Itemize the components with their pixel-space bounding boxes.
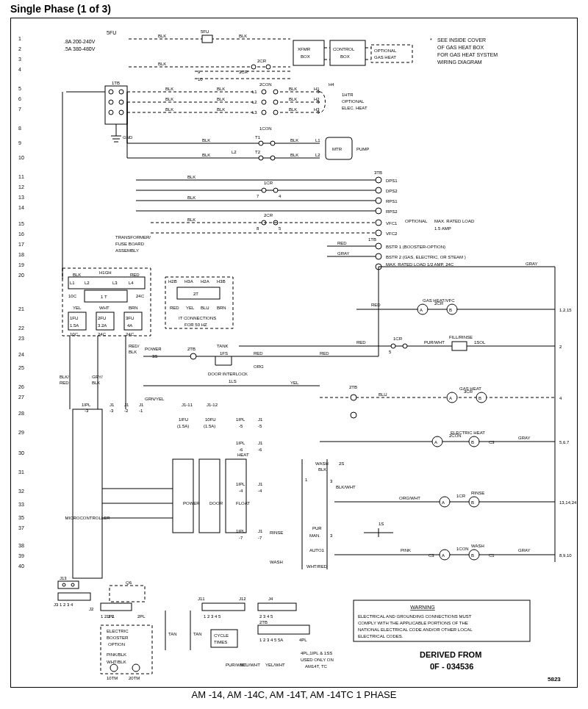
svg-text:L2: L2 <box>85 281 90 285</box>
svg-text:TANK: TANK <box>217 344 229 348</box>
svg-text:2  3 4 5: 2 3 4 5 <box>259 614 273 619</box>
svg-text:40: 40 <box>18 564 24 569</box>
svg-text:1 2 3 4 5: 1 2 3 4 5 <box>204 614 221 619</box>
svg-text:10FU: 10FU <box>205 417 216 422</box>
svg-text:YEL/WHT: YEL/WHT <box>265 663 285 667</box>
svg-point-66 <box>119 90 123 94</box>
bottom-jacks: J13 J31 2 3 4 Q6 1 2 1 2J2 2PL1PL J111 2… <box>54 576 296 619</box>
svg-text:GRAY: GRAY <box>518 548 531 553</box>
control-box <box>330 40 365 65</box>
svg-text:1FU: 1FU <box>70 316 78 320</box>
svg-text:2CR: 2CR <box>434 301 444 306</box>
svg-text:-1: -1 <box>139 409 143 413</box>
svg-text:2: 2 <box>18 46 21 51</box>
svg-text:1IPL: 1IPL <box>236 482 245 486</box>
booster-option: ELECTRIC BOOSTER OPTION PINK/BLK WHT/BLK… <box>101 625 152 680</box>
svg-text:-2: -2 <box>124 409 129 413</box>
svg-text:GRAY: GRAY <box>526 262 538 266</box>
svg-text:VFC1: VFC1 <box>386 221 398 226</box>
svg-text:ELEC. HEAT: ELEC. HEAT <box>342 106 368 110</box>
svg-text:L2: L2 <box>232 150 237 154</box>
svg-text:MAX. RATED LOAD 1/2 AMP, 24C: MAX. RATED LOAD 1/2 AMP, 24C <box>386 262 454 267</box>
svg-text:GRAY: GRAY <box>518 436 531 440</box>
svg-text:J1: J1 <box>124 403 129 407</box>
svg-text:18: 18 <box>18 252 24 257</box>
svg-point-51 <box>251 65 256 69</box>
terminal-block-1tb: 1TB GND <box>105 81 133 142</box>
svg-text:1 2 3 4 5 5A: 1 2 3 4 5 5A <box>259 638 283 642</box>
svg-text:L3: L3 <box>252 110 257 115</box>
svg-text:RED: RED <box>356 340 366 345</box>
svg-text:13,14,24: 13,14,24 <box>559 500 577 505</box>
svg-text:1IPL: 1IPL <box>236 529 245 533</box>
svg-text:FILL/RINSE: FILL/RINSE <box>449 335 473 339</box>
svg-text:CONTROL: CONTROL <box>333 47 355 51</box>
top-bus: 5FU BLKBLK BLK 2CR 93CR10 <box>129 29 290 82</box>
svg-text:ELECTRICAL CODES.: ELECTRICAL CODES. <box>358 634 404 638</box>
svg-text:B: B <box>449 308 452 312</box>
svg-text:XFMR: XFMR <box>298 47 311 51</box>
svg-text:BLK: BLK <box>202 138 210 143</box>
svg-text:BLK: BLK <box>217 107 225 112</box>
svg-point-127 <box>273 188 278 192</box>
svg-text:WHT/BLK: WHT/BLK <box>107 660 126 664</box>
svg-text:1.5A: 1.5A <box>70 323 79 328</box>
svg-rect-336 <box>101 603 132 611</box>
wiring-diagram: 1234 567 8910 11121314 15161718 1920 21 … <box>11 18 577 687</box>
svg-text:BLK: BLK <box>165 97 173 101</box>
svg-text:BLK: BLK <box>217 87 225 91</box>
svg-text:BLK/WHT: BLK/WHT <box>336 485 356 489</box>
svg-text:BLK: BLK <box>289 87 297 91</box>
svg-text:10: 10 <box>198 77 203 82</box>
svg-text:1TB: 1TB <box>368 237 376 242</box>
svg-point-126 <box>262 188 266 192</box>
svg-text:J1: J1 <box>139 403 144 407</box>
svg-text:17: 17 <box>18 242 24 247</box>
svg-text:B: B <box>471 440 474 445</box>
svg-text:30: 30 <box>18 450 24 456</box>
svg-text:.5A 380-480V: .5A 380-480V <box>64 46 96 51</box>
svg-text:T1: T1 <box>255 135 261 140</box>
svg-text:1: 1 <box>18 36 21 41</box>
svg-text:15: 15 <box>18 221 24 226</box>
svg-text:35: 35 <box>18 515 24 520</box>
svg-text:OPTIONAL: OPTIONAL <box>405 219 428 223</box>
svg-text:ORG/WHT: ORG/WHT <box>399 496 420 500</box>
svg-text:H4: H4 <box>329 82 334 87</box>
svg-text:BLK: BLK <box>289 107 297 112</box>
svg-text:BLK: BLK <box>318 467 326 472</box>
left-wire-labels: BLK/RED GRY/BLK <box>60 336 126 409</box>
svg-text:BOOSTER: BOOSTER <box>107 636 129 640</box>
svg-point-144 <box>376 243 381 249</box>
svg-point-69 <box>109 110 113 115</box>
svg-text:1IPL: 1IPL <box>236 417 245 422</box>
svg-text:CYCLE: CYCLE <box>214 633 229 638</box>
svg-text:PUR/WHT: PUR/WHT <box>424 340 445 345</box>
svg-text:28: 28 <box>18 411 24 416</box>
svg-text:RED: RED <box>320 351 329 356</box>
svg-rect-331 <box>58 593 90 600</box>
svg-text:DPS2: DPS2 <box>386 189 398 193</box>
svg-text:38: 38 <box>18 543 24 548</box>
svg-text:1IPL: 1IPL <box>236 441 245 445</box>
svg-point-330 <box>71 583 74 586</box>
svg-text:3.2A: 3.2A <box>98 323 107 328</box>
svg-rect-366 <box>258 625 309 634</box>
svg-point-329 <box>62 583 65 586</box>
svg-text:DOOR: DOOR <box>209 501 223 505</box>
svg-text:BLK: BLK <box>217 97 225 101</box>
svg-text:1LS: 1LS <box>229 379 237 384</box>
svg-text:J4: J4 <box>268 597 273 601</box>
svg-text:A: A <box>442 500 445 505</box>
svg-text:24C: 24C <box>136 294 145 298</box>
svg-rect-327 <box>58 581 79 589</box>
svg-text:MAX. RATED LOAD: MAX. RATED LOAD <box>434 219 475 223</box>
svg-text:4A: 4A <box>127 323 132 328</box>
svg-point-84 <box>262 100 266 104</box>
svg-text:BOX: BOX <box>301 54 310 59</box>
svg-text:BRN: BRN <box>217 306 226 310</box>
svg-text:PUR: PUR <box>312 526 322 530</box>
svg-text:J1: J1 <box>258 441 263 445</box>
svg-text:9: 9 <box>18 140 21 145</box>
svg-text:12: 12 <box>18 184 24 190</box>
